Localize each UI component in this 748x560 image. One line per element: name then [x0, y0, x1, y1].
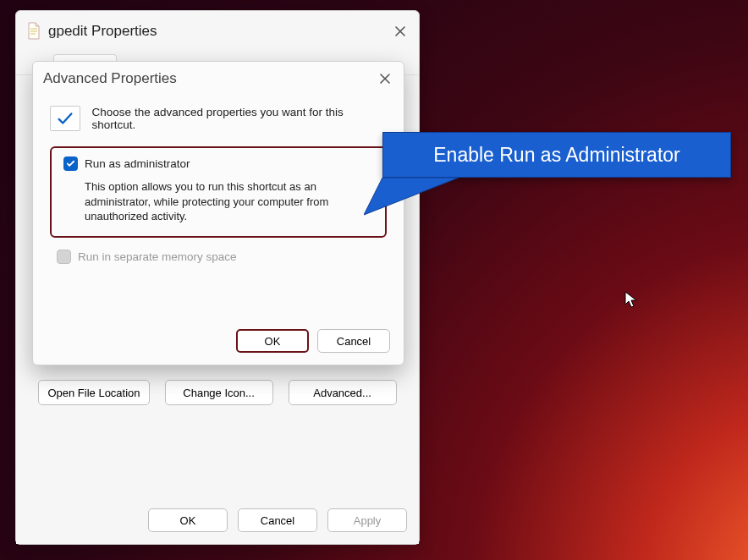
advanced-footer: OK Cancel [33, 321, 404, 365]
checkmark-icon [50, 106, 80, 131]
annotation-callout: Enable Run as Administrator [382, 132, 731, 178]
run-as-admin-row[interactable]: Run as administrator [63, 156, 373, 171]
svg-marker-0 [364, 178, 459, 215]
shortcut-buttons-row: Open File Location Change Icon... Advanc… [28, 380, 407, 405]
properties-footer: OK Cancel Apply [28, 498, 407, 544]
annotation-callout-text: Enable Run as Administrator [433, 144, 680, 167]
titlebar: gpedit Properties [16, 11, 419, 48]
run-as-admin-description: This option allows you to run this short… [85, 179, 373, 224]
properties-ok-button[interactable]: OK [148, 508, 228, 532]
advanced-ok-button[interactable]: OK [236, 329, 309, 353]
run-separate-memory-row: Run in separate memory space [57, 250, 387, 264]
properties-apply-button: Apply [327, 508, 407, 532]
run-as-admin-label[interactable]: Run as administrator [85, 157, 190, 170]
run-as-admin-checkbox[interactable] [63, 156, 78, 171]
advanced-button[interactable]: Advanced... [289, 380, 397, 405]
advanced-hint-row: Choose the advanced properties you want … [50, 106, 387, 131]
run-separate-memory-label: Run in separate memory space [78, 250, 237, 263]
advanced-title: Advanced Properties [43, 70, 377, 87]
window-title: gpedit Properties [48, 23, 392, 40]
run-as-admin-group: Run as administrator This option allows … [50, 146, 387, 238]
advanced-cancel-button[interactable]: Cancel [317, 329, 390, 353]
cursor-icon [624, 291, 638, 310]
document-icon [26, 22, 41, 41]
open-file-location-button[interactable]: Open File Location [38, 380, 149, 405]
advanced-body: Choose the advanced properties you want … [33, 96, 404, 321]
advanced-titlebar: Advanced Properties [33, 62, 404, 96]
advanced-hint-text: Choose the advanced properties you want … [92, 106, 387, 131]
run-separate-memory-checkbox [57, 250, 71, 264]
properties-cancel-button[interactable]: Cancel [238, 508, 317, 532]
close-button[interactable] [392, 23, 409, 40]
advanced-properties-dialog: Advanced Properties Choose the advanced … [32, 61, 404, 365]
advanced-close-button[interactable] [377, 70, 393, 87]
change-icon-button[interactable]: Change Icon... [165, 380, 273, 405]
